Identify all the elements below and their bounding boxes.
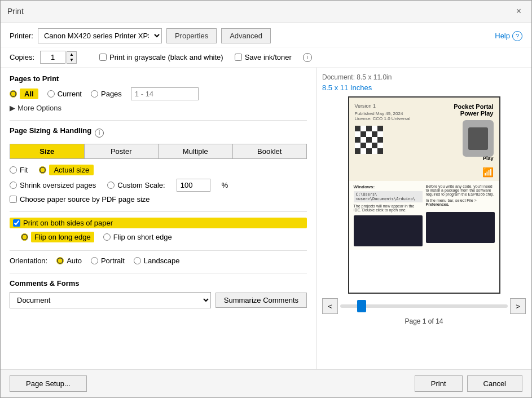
advanced-button[interactable]: Advanced [221,28,271,43]
pages-label: Pages [101,90,122,98]
portrait-radio[interactable] [91,257,98,264]
preview-nav: < > [322,298,526,314]
advanced-label: Advanced [230,32,262,40]
print-dialog: Print × Printer: Canon MX420 series Prin… [0,0,532,398]
custom-scale-radio[interactable] [107,182,115,189]
print-label: Print [431,379,446,388]
current-label: Current [58,90,82,98]
page-label: Page 1 of 14 [405,317,443,325]
auto-radio-label[interactable]: Auto [56,257,82,265]
all-radio[interactable] [10,90,17,98]
duplex-label: Print on both sides of paper [23,219,113,227]
help-area: Help ? [495,31,522,41]
prev-page-button[interactable]: < [322,298,338,314]
title-bar: Print × [1,1,531,23]
copies-up[interactable]: ▲ [67,52,76,58]
portrait-radio-label[interactable]: Portrait [91,257,125,265]
tab-size-label: Size [39,147,54,156]
duplex-checkbox-label[interactable]: Print on both sides of paper [10,218,307,228]
summarize-label: Summarize Comments [224,296,298,304]
custom-scale-label: Custom Scale: [117,181,165,189]
custom-scale-radio-label[interactable]: Custom Scale: [107,181,165,189]
printer-select[interactable]: Canon MX420 series Printer XPS [38,28,162,43]
pages-to-print-title: Pages to Print [10,74,307,83]
sizing-row-1: Fit Actual size [10,165,307,175]
save-ink-checkbox-label[interactable]: Save ink/toner [235,53,292,61]
preview-container: Version 1 Published May 49, 2024 License… [348,96,500,294]
current-radio[interactable] [47,90,55,98]
actual-size-label: Actual size [49,165,94,175]
tab-poster[interactable]: Poster [85,144,159,158]
pages-radio-group: All Current Pages [10,87,307,100]
copies-spinner: ▲ ▼ [67,51,77,64]
comments-forms-title: Comments & Forms [10,279,307,288]
page-slider-track[interactable] [340,304,508,308]
current-radio-label[interactable]: Current [47,90,82,98]
tab-size[interactable]: Size [10,144,85,158]
more-options[interactable]: ▶ More Options [10,104,307,112]
properties-button[interactable]: Properties [166,28,217,43]
grayscale-checkbox-label[interactable]: Print in grayscale (black and white) [99,53,223,61]
duplex-checkbox[interactable] [13,219,20,227]
fit-radio[interactable] [10,166,17,174]
tab-multiple[interactable]: Multiple [159,144,233,158]
pages-radio[interactable] [91,90,98,98]
actual-size-radio-label[interactable]: Actual size [39,165,94,175]
next-page-button[interactable]: > [510,298,526,314]
copies-input[interactable] [40,51,65,64]
options-info-icon[interactable]: i [303,53,312,62]
divider-3 [10,250,307,251]
flip-long-radio-label[interactable]: Flip on long edge [21,232,94,242]
flip-long-radio[interactable] [21,233,28,241]
help-icon: ? [512,31,522,41]
doc-info: Document: 8.5 x 11.0in [322,73,392,81]
pages-radio-label[interactable]: Pages [91,90,122,98]
page-slider-thumb[interactable] [357,300,366,312]
pages-range-input[interactable] [131,87,199,100]
flip-short-label: Flip on short edge [113,233,172,241]
sizing-options: Fit Actual size Shrink oversized pages [10,165,307,204]
help-link[interactable]: Help ? [495,31,522,41]
shrink-radio[interactable] [10,182,17,189]
cancel-button[interactable]: Cancel [467,375,522,392]
pages-to-print-section: Pages to Print All Current Pages [10,74,307,112]
save-ink-checkbox[interactable] [235,54,242,61]
grayscale-checkbox[interactable] [99,54,107,61]
custom-scale-input[interactable] [177,179,210,192]
orientation-section: Orientation: Auto Portrait Landscape [10,257,307,265]
fit-radio-label[interactable]: Fit [10,166,28,174]
flip-short-radio-label[interactable]: Flip on short edge [103,233,172,241]
page-sizing-section: Page Sizing & Handling i Size Poster Mul… [10,126,307,204]
fit-label: Fit [20,166,28,174]
comments-row: Document Document and Markups Document a… [10,292,307,308]
tab-multiple-label: Multiple [183,147,208,156]
percent-sign: % [222,181,228,189]
tab-group: Size Poster Multiple Booklet [10,144,307,159]
duplex-options: Flip on long edge Flip on short edge [21,232,307,242]
page-size-label: 8.5 x 11 Inches [322,83,372,92]
all-radio-label[interactable]: All [10,89,38,99]
landscape-label: Landscape [144,257,180,265]
choose-paper-checkbox[interactable] [10,196,17,203]
comments-select[interactable]: Document Document and Markups Document a… [10,292,211,308]
duplex-section: Print on both sides of paper Flip on lon… [10,218,307,242]
copies-down[interactable]: ▼ [67,58,76,63]
copies-label: Copies: [10,53,34,61]
tab-booklet[interactable]: Booklet [233,144,307,158]
actual-size-radio[interactable] [39,166,46,174]
shrink-radio-label[interactable]: Shrink oversized pages [10,181,96,189]
page-sizing-info-icon[interactable]: i [95,129,104,138]
page-setup-button[interactable]: Page Setup... [10,375,87,392]
choose-paper-checkbox-label[interactable]: Choose paper source by PDF page size [10,195,307,204]
auto-radio[interactable] [56,257,64,264]
summarize-button[interactable]: Summarize Comments [216,293,307,308]
landscape-radio[interactable] [134,257,141,264]
print-button[interactable]: Print [415,375,463,392]
landscape-radio-label[interactable]: Landscape [134,257,180,265]
flip-short-radio[interactable] [103,233,111,241]
choose-paper-row: Choose paper source by PDF page size [10,195,307,204]
flip-long-label: Flip on long edge [31,232,94,242]
tab-booklet-label: Booklet [257,147,282,156]
close-button[interactable]: × [513,5,525,17]
orientation-title: Orientation: [10,257,47,265]
